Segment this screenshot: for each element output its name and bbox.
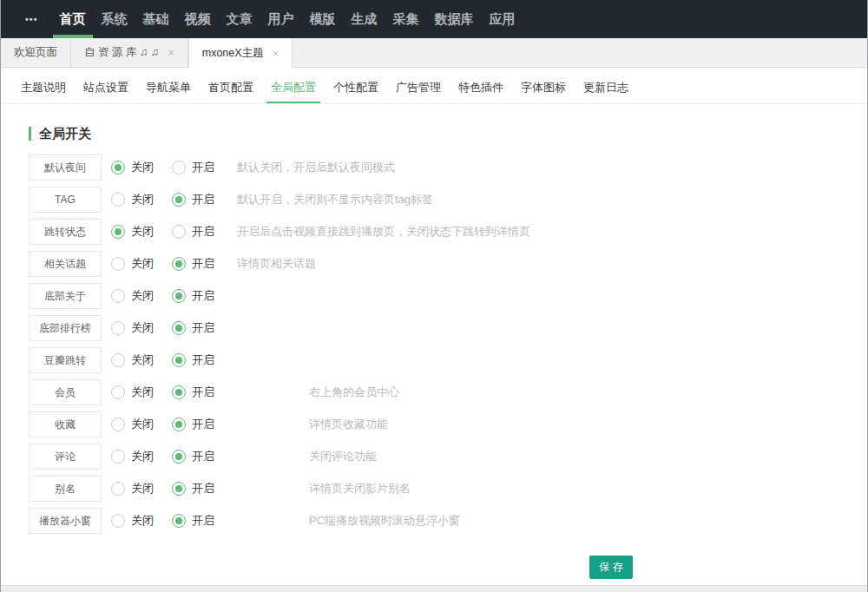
save-button[interactable]: 保 存: [589, 556, 633, 579]
radio-option-off[interactable]: 关闭: [111, 256, 172, 272]
radio-off-label: 关闭: [131, 256, 154, 272]
window-tab[interactable]: 欢迎页面: [1, 38, 71, 67]
radio-option-on[interactable]: 开启: [172, 320, 233, 336]
subtab-item[interactable]: 更新日志: [583, 80, 628, 103]
radio-icon[interactable]: [172, 418, 186, 431]
radio-icon[interactable]: [172, 450, 186, 464]
radio-icon[interactable]: [111, 514, 125, 528]
radio-icon[interactable]: [172, 161, 186, 174]
setting-label: 评论: [29, 444, 102, 470]
radio-option-off[interactable]: 关闭: [111, 192, 172, 207]
radio-option-off[interactable]: 关闭: [111, 513, 172, 529]
radio-option-off[interactable]: 关闭: [111, 320, 172, 336]
setting-label: 底部关于: [29, 283, 102, 309]
radio-on-label: 开启: [192, 288, 214, 304]
radio-option-off[interactable]: 关闭: [111, 288, 172, 304]
radio-option-on[interactable]: 开启: [172, 192, 233, 207]
setting-description: PC端播放视频时滚动悬浮小窗: [309, 513, 460, 529]
radio-option-on[interactable]: 开启: [172, 352, 233, 368]
radio-icon[interactable]: [111, 450, 125, 464]
subtab-active[interactable]: 全局配置: [266, 80, 320, 103]
radio-icon[interactable]: [111, 225, 125, 239]
radio-option-off[interactable]: 关闭: [111, 385, 172, 400]
setting-label: 底部排行榜: [29, 315, 102, 341]
close-tab-icon[interactable]: ×: [273, 48, 279, 59]
subtab-item[interactable]: 个性配置: [333, 80, 378, 103]
radio-option-on[interactable]: 开启: [172, 513, 233, 529]
radio-icon[interactable]: [111, 257, 125, 271]
radio-icon[interactable]: [111, 161, 125, 174]
radio-icon[interactable]: [172, 225, 186, 239]
radio-option-on[interactable]: 开启: [172, 385, 233, 400]
radio-option-off[interactable]: 关闭: [111, 449, 172, 464]
radio-option-on[interactable]: 开启: [172, 481, 233, 497]
radio-on-label: 开启: [192, 192, 214, 207]
nav-item[interactable]: 采集: [393, 0, 419, 38]
nav-item[interactable]: 基础: [143, 0, 169, 38]
subtab-item[interactable]: 广告管理: [396, 80, 441, 103]
radio-icon[interactable]: [111, 418, 125, 431]
radio-icon[interactable]: [172, 482, 186, 496]
nav-item[interactable]: 模版: [310, 0, 336, 38]
setting-row: 底部排行榜 关闭 开启: [29, 315, 867, 341]
radio-icon[interactable]: [172, 514, 186, 528]
nav-item[interactable]: 首页: [60, 0, 86, 38]
radio-option-on[interactable]: 开启: [172, 160, 233, 175]
window-tab[interactable]: 自 资 源 库 ♫ ♫×: [71, 38, 188, 67]
setting-description: 关闭评论功能: [309, 449, 377, 464]
subtab-item[interactable]: 特色插件: [458, 80, 503, 103]
setting-row: 播放器小窗 关闭 开启 PC端播放视频时滚动悬浮小窗: [29, 508, 867, 534]
radio-icon[interactable]: [172, 257, 186, 271]
radio-option-off[interactable]: 关闭: [111, 417, 172, 432]
window-tab-label: 欢迎页面: [14, 45, 57, 60]
radio-icon[interactable]: [111, 321, 125, 335]
setting-row: 别名 关闭 开启 详情页关闭影片别名: [29, 476, 867, 502]
radio-on-label: 开启: [192, 481, 214, 497]
setting-row: 底部关于 关闭 开启: [29, 283, 867, 309]
subtab-item[interactable]: 站点设置: [83, 80, 128, 103]
nav-item[interactable]: 应用: [490, 0, 516, 38]
radio-icon[interactable]: [172, 353, 186, 367]
radio-option-off[interactable]: 关闭: [111, 481, 172, 497]
nav-item[interactable]: 文章: [227, 0, 253, 38]
radio-icon[interactable]: [111, 482, 125, 496]
setting-row: 会员 关闭 开启 右上角的会员中心: [29, 379, 867, 405]
nav-item[interactable]: 用户: [268, 0, 294, 38]
setting-description: 默认开启，关闭则不显示内容页tag标签: [237, 192, 433, 207]
radio-option-on[interactable]: 开启: [172, 288, 233, 304]
main-nav: 首页系统基础视频文章用户模版生成采集数据库应用: [52, 0, 523, 38]
subtab-item[interactable]: 字体图标: [521, 80, 566, 103]
bottom-scrollbar-track[interactable]: [1, 585, 867, 592]
radio-off-label: 关闭: [131, 224, 154, 240]
nav-item[interactable]: 系统: [102, 0, 128, 38]
radio-option-off[interactable]: 关闭: [111, 160, 172, 175]
more-menu-icon[interactable]: •••: [25, 14, 38, 24]
radio-icon[interactable]: [111, 353, 125, 367]
radio-option-on[interactable]: 开启: [172, 224, 233, 240]
setting-label: 默认夜间: [29, 155, 102, 181]
close-tab-icon[interactable]: ×: [168, 47, 174, 58]
radio-icon[interactable]: [172, 385, 186, 399]
subtab-item[interactable]: 导航菜单: [146, 80, 191, 103]
setting-description: 默认关闭，开启后默认夜间模式: [237, 160, 395, 175]
radio-icon[interactable]: [111, 385, 125, 399]
setting-description: 右上角的会员中心: [309, 385, 399, 400]
radio-option-on[interactable]: 开启: [172, 449, 233, 464]
radio-option-off[interactable]: 关闭: [111, 224, 172, 240]
radio-icon[interactable]: [111, 289, 125, 303]
radio-icon[interactable]: [111, 193, 125, 207]
setting-label: TAG: [29, 187, 102, 213]
nav-item[interactable]: 视频: [185, 0, 211, 38]
subtab-item[interactable]: 主题说明: [21, 80, 66, 103]
radio-option-on[interactable]: 开启: [172, 256, 233, 272]
nav-item[interactable]: 数据库: [435, 0, 474, 38]
subtab-item[interactable]: 首页配置: [208, 80, 253, 103]
radio-option-on[interactable]: 开启: [172, 417, 233, 432]
radio-on-label: 开启: [192, 160, 214, 175]
radio-icon[interactable]: [172, 193, 186, 207]
nav-item[interactable]: 生成: [352, 0, 378, 38]
radio-icon[interactable]: [172, 289, 186, 303]
radio-icon[interactable]: [172, 321, 186, 335]
window-tab[interactable]: mxoneX主题×: [188, 38, 293, 68]
radio-option-off[interactable]: 关闭: [111, 352, 172, 368]
